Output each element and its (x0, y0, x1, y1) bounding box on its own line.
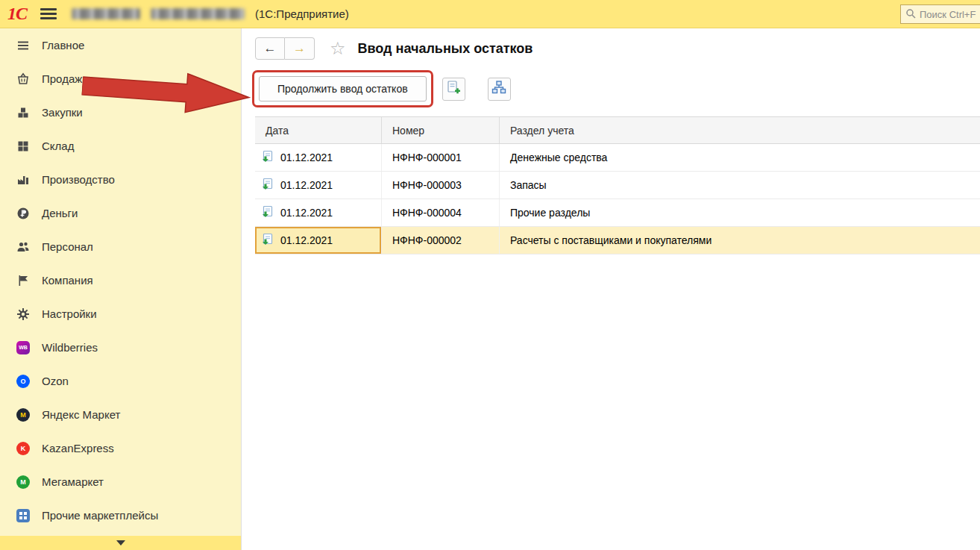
page-title: Ввод начальных остатков (358, 41, 533, 57)
ruble-icon (16, 207, 30, 220)
sidebar-item-label: Компания (42, 274, 93, 287)
sidebar-item-ozon[interactable]: O Ozon (0, 364, 241, 398)
new-document-icon (446, 80, 461, 98)
sidebar-item-personal[interactable]: Персонал (0, 230, 241, 263)
cell-number: НФНФ-000002 (382, 227, 500, 254)
search-icon (905, 8, 916, 21)
wildberries-icon: WB (16, 341, 30, 354)
continue-balance-entry-button[interactable]: Продолжить ввод остатков (259, 76, 427, 101)
sidebar-item-label: Прочие маркетплейсы (42, 509, 158, 522)
sidebar-item-glavnoe[interactable]: Главное (0, 28, 241, 62)
sidebar-item-kazanexpress[interactable]: K KazanExpress (0, 431, 241, 465)
production-icon (16, 173, 30, 187)
sidebar-item-label: Производство (42, 173, 115, 186)
sidebar-item-dengi[interactable]: Деньги (0, 196, 241, 230)
forward-button[interactable]: → (285, 37, 315, 60)
app-title-suffix: (1С:Предприятие) (255, 7, 349, 20)
cell-section: Денежные средства (500, 144, 980, 171)
list-icon (16, 39, 30, 52)
sidebar-item-label: Деньги (42, 207, 78, 219)
top-bar: 1С (1С:Предприятие) Поиск Ctrl+F (0, 0, 980, 28)
censored-text-block (72, 8, 140, 19)
cell-date: 01.12.2021 (280, 151, 333, 163)
flag-icon (16, 274, 30, 287)
sidebar-item-label: Закупки (42, 106, 83, 119)
sidebar-item-label: Продажи (42, 72, 89, 85)
sidebar-collapse-button[interactable] (0, 536, 241, 550)
create-document-button[interactable] (442, 78, 465, 101)
chevron-down-icon (116, 540, 125, 546)
1c-logo: 1С (7, 4, 27, 24)
sidebar-item-kompaniya[interactable]: Компания (0, 263, 241, 297)
gear-icon (16, 307, 30, 321)
sidebar-item-label: Настройки (42, 307, 97, 320)
hierarchy-icon (491, 80, 506, 98)
document-icon (262, 178, 274, 193)
cell-section: Прочие разделы (500, 199, 980, 226)
censored-text-block (151, 8, 245, 19)
cell-section: Запасы (500, 172, 980, 199)
sidebar-item-marketplaces[interactable]: Прочие маркетплейсы (0, 499, 241, 532)
sidebar: Главное Продажи Закупки Склад Производст (0, 28, 241, 550)
table-header: Дата Номер Раздел учета (255, 117, 980, 144)
main-menu-icon[interactable] (40, 8, 57, 19)
table-row-selected[interactable]: 01.12.2021 НФНФ-000002 Расчеты с поставщ… (255, 227, 980, 254)
document-icon (262, 233, 274, 248)
toolbar: Продолжить ввод остатков (252, 70, 980, 107)
sidebar-item-label: Персонал (42, 240, 93, 253)
warehouse-icon (16, 140, 30, 153)
megamarket-icon: М (16, 475, 30, 489)
cell-date: 01.12.2021 (280, 179, 333, 191)
column-header-section[interactable]: Раздел учета (500, 117, 980, 143)
document-icon (262, 150, 274, 165)
back-button[interactable]: ← (255, 37, 285, 60)
sidebar-item-label: Главное (42, 39, 84, 51)
related-documents-button[interactable] (488, 78, 511, 101)
main-content: ← → ☆ Ввод начальных остатков Продолжить… (241, 28, 980, 550)
annotation-highlight-box: Продолжить ввод остатков (252, 70, 433, 107)
sidebar-item-megamarket[interactable]: М Мегамаркет (0, 465, 241, 499)
cell-section: Расчеты с поставщиками и покупателями (500, 227, 980, 254)
marketplaces-icon (16, 509, 30, 522)
cell-number: НФНФ-000003 (382, 172, 500, 199)
column-header-date[interactable]: Дата (255, 117, 382, 143)
sidebar-item-label: KazanExpress (42, 442, 114, 454)
navigation-row: ← → ☆ Ввод начальных остатков (242, 28, 980, 60)
sidebar-item-sklad[interactable]: Склад (0, 129, 241, 163)
favorite-star-icon[interactable]: ☆ (330, 40, 346, 57)
ozon-icon: O (16, 375, 30, 388)
yandex-market-icon: М (16, 408, 30, 422)
sidebar-item-label: Wildberries (42, 341, 98, 354)
purchases-icon (16, 106, 30, 119)
sidebar-item-zakupki[interactable]: Закупки (0, 96, 241, 129)
documents-table: Дата Номер Раздел учета 01.12.2021 НФНФ-… (255, 116, 980, 254)
sidebar-item-label: Яндекс Маркет (42, 408, 120, 421)
sidebar-item-prodazhi[interactable]: Продажи (0, 62, 241, 96)
document-icon (262, 205, 274, 220)
cell-date: 01.12.2021 (280, 234, 333, 246)
sidebar-item-label: Склад (42, 140, 74, 152)
cell-number: НФНФ-000004 (382, 199, 500, 226)
kazanexpress-icon: K (16, 442, 30, 455)
column-header-number[interactable]: Номер (382, 117, 500, 143)
cell-number: НФНФ-000001 (382, 144, 500, 171)
cell-date: 01.12.2021 (280, 207, 333, 219)
sidebar-item-proizvodstvo[interactable]: Производство (0, 163, 241, 196)
search-placeholder: Поиск Ctrl+F (920, 9, 976, 20)
sidebar-item-label: Ozon (42, 375, 69, 387)
sidebar-item-label: Мегамаркет (42, 475, 104, 488)
table-row[interactable]: 01.12.2021 НФНФ-000001 Денежные средства (255, 144, 980, 172)
table-row[interactable]: 01.12.2021 НФНФ-000003 Запасы (255, 172, 980, 199)
table-row[interactable]: 01.12.2021 НФНФ-000004 Прочие разделы (255, 199, 980, 227)
sidebar-item-wildberries[interactable]: WB Wildberries (0, 331, 241, 364)
global-search-input[interactable]: Поиск Ctrl+F (900, 4, 980, 24)
basket-icon (16, 72, 30, 86)
sidebar-item-nastroyki[interactable]: Настройки (0, 297, 241, 331)
sidebar-item-yandex-market[interactable]: М Яндекс Маркет (0, 398, 241, 431)
people-icon (16, 240, 30, 254)
